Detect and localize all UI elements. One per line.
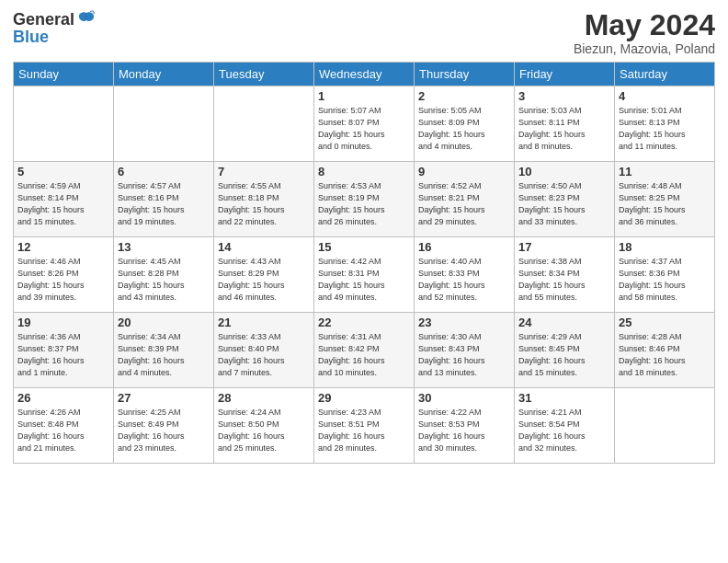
calendar-cell-w3-d6: 17Sunrise: 4:38 AM Sunset: 8:34 PM Dayli… xyxy=(515,237,615,313)
day-info: Sunrise: 4:50 AM Sunset: 8:23 PM Dayligh… xyxy=(518,180,610,228)
day-info: Sunrise: 4:45 AM Sunset: 8:28 PM Dayligh… xyxy=(118,256,210,304)
calendar-cell-w4-d4: 22Sunrise: 4:31 AM Sunset: 8:42 PM Dayli… xyxy=(314,313,415,388)
calendar-cell-w3-d2: 13Sunrise: 4:45 AM Sunset: 8:28 PM Dayli… xyxy=(114,237,214,313)
day-number: 19 xyxy=(17,316,109,329)
calendar-cell-w5-d6: 31Sunrise: 4:21 AM Sunset: 8:54 PM Dayli… xyxy=(515,388,615,464)
day-number: 30 xyxy=(418,391,510,405)
day-info: Sunrise: 4:21 AM Sunset: 8:54 PM Dayligh… xyxy=(518,407,610,454)
day-info: Sunrise: 4:34 AM Sunset: 8:39 PM Dayligh… xyxy=(118,331,210,379)
day-info: Sunrise: 5:05 AM Sunset: 8:09 PM Dayligh… xyxy=(418,105,510,153)
day-number: 28 xyxy=(218,391,310,405)
day-number: 14 xyxy=(218,240,310,254)
day-info: Sunrise: 4:36 AM Sunset: 8:37 PM Dayligh… xyxy=(17,331,109,379)
day-number: 18 xyxy=(619,240,711,254)
calendar-cell-w5-d3: 28Sunrise: 4:24 AM Sunset: 8:50 PM Dayli… xyxy=(214,388,314,464)
header-friday: Friday xyxy=(515,63,615,86)
day-info: Sunrise: 5:01 AM Sunset: 8:13 PM Dayligh… xyxy=(619,105,711,153)
calendar-week-1: 1Sunrise: 5:07 AM Sunset: 8:07 PM Daylig… xyxy=(14,86,715,162)
day-info: Sunrise: 5:07 AM Sunset: 8:07 PM Dayligh… xyxy=(318,105,410,153)
calendar-cell-w2-d7: 11Sunrise: 4:48 AM Sunset: 8:25 PM Dayli… xyxy=(615,162,715,237)
logo-blue: Blue xyxy=(13,28,49,46)
day-info: Sunrise: 4:25 AM Sunset: 8:49 PM Dayligh… xyxy=(118,407,210,454)
location-subtitle: Biezun, Mazovia, Poland xyxy=(574,41,715,56)
calendar-cell-w2-d6: 10Sunrise: 4:50 AM Sunset: 8:23 PM Dayli… xyxy=(515,162,615,237)
day-info: Sunrise: 4:30 AM Sunset: 8:43 PM Dayligh… xyxy=(418,331,510,379)
calendar-cell-w4-d7: 25Sunrise: 4:28 AM Sunset: 8:46 PM Dayli… xyxy=(615,313,715,388)
day-info: Sunrise: 4:28 AM Sunset: 8:46 PM Dayligh… xyxy=(619,331,711,379)
day-number: 23 xyxy=(418,316,510,329)
day-number: 7 xyxy=(218,165,310,178)
calendar-cell-w4-d6: 24Sunrise: 4:29 AM Sunset: 8:45 PM Dayli… xyxy=(515,313,615,388)
logo-general: General xyxy=(13,10,74,29)
calendar-header-row: Sunday Monday Tuesday Wednesday Thursday… xyxy=(14,63,715,86)
calendar-cell-w4-d5: 23Sunrise: 4:30 AM Sunset: 8:43 PM Dayli… xyxy=(415,313,515,388)
day-number: 25 xyxy=(619,316,711,329)
day-number: 8 xyxy=(318,165,410,178)
day-info: Sunrise: 4:26 AM Sunset: 8:48 PM Dayligh… xyxy=(17,407,109,454)
logo: General Blue xyxy=(13,9,97,47)
day-number: 3 xyxy=(518,89,610,103)
calendar-cell-w1-d1 xyxy=(14,86,114,162)
day-number: 9 xyxy=(418,165,510,178)
day-info: Sunrise: 4:31 AM Sunset: 8:42 PM Dayligh… xyxy=(318,331,410,379)
day-info: Sunrise: 4:59 AM Sunset: 8:14 PM Dayligh… xyxy=(17,180,109,228)
day-info: Sunrise: 4:53 AM Sunset: 8:19 PM Dayligh… xyxy=(318,180,410,228)
day-number: 4 xyxy=(619,89,711,103)
day-number: 13 xyxy=(118,240,210,254)
calendar-cell-w1-d6: 3Sunrise: 5:03 AM Sunset: 8:11 PM Daylig… xyxy=(515,86,615,162)
calendar-cell-w3-d1: 12Sunrise: 4:46 AM Sunset: 8:26 PM Dayli… xyxy=(14,237,114,313)
calendar-cell-w3-d4: 15Sunrise: 4:42 AM Sunset: 8:31 PM Dayli… xyxy=(314,237,415,313)
calendar-cell-w2-d4: 8Sunrise: 4:53 AM Sunset: 8:19 PM Daylig… xyxy=(314,162,415,237)
calendar-cell-w4-d3: 21Sunrise: 4:33 AM Sunset: 8:40 PM Dayli… xyxy=(214,313,314,388)
calendar-week-4: 19Sunrise: 4:36 AM Sunset: 8:37 PM Dayli… xyxy=(14,313,715,388)
calendar-cell-w5-d5: 30Sunrise: 4:22 AM Sunset: 8:53 PM Dayli… xyxy=(415,388,515,464)
day-info: Sunrise: 4:46 AM Sunset: 8:26 PM Dayligh… xyxy=(17,256,109,304)
calendar-cell-w1-d4: 1Sunrise: 5:07 AM Sunset: 8:07 PM Daylig… xyxy=(314,86,415,162)
header-monday: Monday xyxy=(114,63,214,86)
calendar-cell-w3-d3: 14Sunrise: 4:43 AM Sunset: 8:29 PM Dayli… xyxy=(214,237,314,313)
day-number: 27 xyxy=(118,391,210,405)
day-number: 22 xyxy=(318,316,410,329)
day-number: 6 xyxy=(118,165,210,178)
calendar-cell-w3-d5: 16Sunrise: 4:40 AM Sunset: 8:33 PM Dayli… xyxy=(415,237,515,313)
day-info: Sunrise: 4:23 AM Sunset: 8:51 PM Dayligh… xyxy=(318,407,410,454)
calendar-cell-w1-d7: 4Sunrise: 5:01 AM Sunset: 8:13 PM Daylig… xyxy=(615,86,715,162)
day-info: Sunrise: 4:48 AM Sunset: 8:25 PM Dayligh… xyxy=(619,180,711,228)
calendar-cell-w5-d7 xyxy=(615,388,715,464)
calendar-cell-w1-d5: 2Sunrise: 5:05 AM Sunset: 8:09 PM Daylig… xyxy=(415,86,515,162)
day-info: Sunrise: 4:38 AM Sunset: 8:34 PM Dayligh… xyxy=(518,256,610,304)
title-area: May 2024 Biezun, Mazovia, Poland xyxy=(574,9,715,56)
calendar-cell-w5-d4: 29Sunrise: 4:23 AM Sunset: 8:51 PM Dayli… xyxy=(314,388,415,464)
calendar-cell-w5-d2: 27Sunrise: 4:25 AM Sunset: 8:49 PM Dayli… xyxy=(114,388,214,464)
header: General Blue May 2024 Biezun, Mazovia, P… xyxy=(13,9,715,56)
day-info: Sunrise: 4:43 AM Sunset: 8:29 PM Dayligh… xyxy=(218,256,310,304)
day-info: Sunrise: 4:57 AM Sunset: 8:16 PM Dayligh… xyxy=(118,180,210,228)
day-number: 21 xyxy=(218,316,310,329)
header-thursday: Thursday xyxy=(415,63,515,86)
calendar-cell-w2-d1: 5Sunrise: 4:59 AM Sunset: 8:14 PM Daylig… xyxy=(14,162,114,237)
calendar-cell-w2-d2: 6Sunrise: 4:57 AM Sunset: 8:16 PM Daylig… xyxy=(114,162,214,237)
header-saturday: Saturday xyxy=(615,63,715,86)
day-number: 5 xyxy=(17,165,109,178)
calendar-week-2: 5Sunrise: 4:59 AM Sunset: 8:14 PM Daylig… xyxy=(14,162,715,237)
page-container: General Blue May 2024 Biezun, Mazovia, P… xyxy=(0,0,728,563)
calendar-week-3: 12Sunrise: 4:46 AM Sunset: 8:26 PM Dayli… xyxy=(14,237,715,313)
day-info: Sunrise: 4:42 AM Sunset: 8:31 PM Dayligh… xyxy=(318,256,410,304)
day-info: Sunrise: 4:40 AM Sunset: 8:33 PM Dayligh… xyxy=(418,256,510,304)
header-tuesday: Tuesday xyxy=(214,63,314,86)
day-number: 24 xyxy=(518,316,610,329)
calendar-week-5: 26Sunrise: 4:26 AM Sunset: 8:48 PM Dayli… xyxy=(14,388,715,464)
day-info: Sunrise: 4:55 AM Sunset: 8:18 PM Dayligh… xyxy=(218,180,310,228)
day-number: 15 xyxy=(318,240,410,254)
calendar-cell-w1-d3 xyxy=(214,86,314,162)
logo-bird-icon xyxy=(76,9,97,29)
day-number: 11 xyxy=(619,165,711,178)
day-number: 31 xyxy=(518,391,610,405)
month-title: May 2024 xyxy=(574,9,715,41)
day-number: 2 xyxy=(418,89,510,103)
calendar-cell-w3-d7: 18Sunrise: 4:37 AM Sunset: 8:36 PM Dayli… xyxy=(615,237,715,313)
header-wednesday: Wednesday xyxy=(314,63,415,86)
calendar-cell-w1-d2 xyxy=(114,86,214,162)
day-number: 10 xyxy=(518,165,610,178)
day-number: 16 xyxy=(418,240,510,254)
